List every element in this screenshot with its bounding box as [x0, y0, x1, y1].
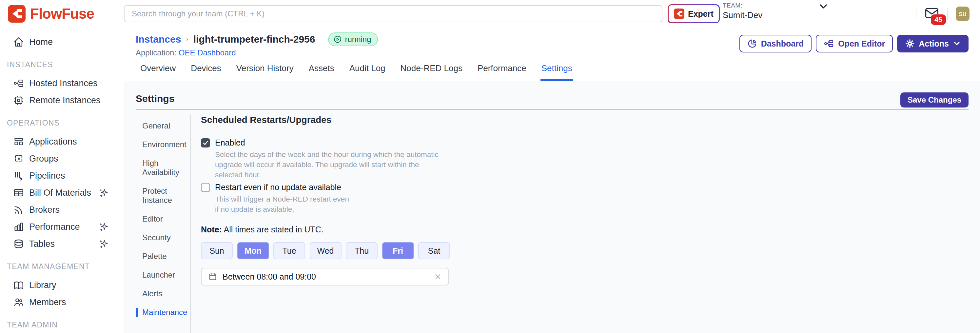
sidebar-item-brokers[interactable]: Brokers — [0, 201, 123, 218]
top-navbar: FlowFuse Expert TEAM: Sumit-Dev 45 su — [0, 0, 980, 28]
sidebar-item-label: Brokers — [29, 205, 60, 215]
tab-overview[interactable]: Overview — [139, 59, 177, 81]
dashboard-button[interactable]: Dashboard — [740, 35, 812, 53]
sparkles-icon — [99, 239, 109, 249]
tab-devices[interactable]: Devices — [190, 59, 222, 81]
time-window-field[interactable]: Between 08:00 and 09:00 — [201, 268, 449, 285]
sidebar: Home INSTANCES Hosted Instances Remote I… — [0, 29, 123, 333]
settings-nav-launcher[interactable]: Launcher — [136, 271, 191, 280]
sidebar-section-team-admin: TEAM ADMIN — [0, 320, 123, 330]
actions-button[interactable]: Actions — [897, 35, 969, 53]
enabled-checkbox[interactable] — [201, 138, 210, 148]
sidebar-item-bill-of-materials[interactable]: Bill Of Materials — [0, 184, 123, 201]
tab-assets[interactable]: Assets — [308, 59, 335, 81]
settings-nav-alerts[interactable]: Alerts — [136, 289, 191, 298]
expert-label: Expert — [688, 9, 714, 19]
settings-panel: Settings Save Changes General Environmen… — [124, 81, 980, 333]
restart-checkbox[interactable] — [201, 183, 210, 192]
expert-flowfuse-icon — [674, 8, 684, 19]
tables-icon — [13, 238, 24, 249]
topbar-divider — [947, 8, 948, 20]
application-link[interactable]: OEE Dashboard — [179, 48, 236, 57]
search-input[interactable] — [124, 5, 662, 22]
day-button-sun[interactable]: Sun — [201, 242, 233, 259]
dashboard-button-label: Dashboard — [761, 39, 804, 48]
tab-audit-log[interactable]: Audit Log — [348, 59, 387, 81]
flowfuse-logo[interactable]: FlowFuse — [8, 5, 94, 22]
day-button-sat[interactable]: Sat — [418, 242, 450, 259]
day-button-mon[interactable]: Mon — [237, 242, 269, 259]
maintenance-section: Scheduled Restarts/Upgrades Enabled Sele… — [201, 81, 969, 285]
team-name: Sumit-Dev — [723, 10, 762, 20]
restart-label: Restart even if no update available — [215, 183, 341, 192]
note-label: Note: — [201, 225, 222, 234]
application-row: Application: OEE Dashboard — [136, 48, 236, 57]
flowfuse-logo-icon — [8, 5, 25, 22]
sidebar-item-label: Performance — [29, 222, 80, 232]
sidebar-item-home[interactable]: Home — [0, 33, 123, 51]
open-editor-button[interactable]: Open Editor — [816, 35, 893, 53]
settings-nav-palette[interactable]: Palette — [136, 252, 191, 261]
status-label: running — [345, 35, 371, 44]
sidebar-item-pipelines[interactable]: Pipelines — [0, 167, 123, 184]
chevron-down-icon[interactable] — [819, 3, 828, 10]
clear-time-icon[interactable] — [434, 273, 442, 280]
section-heading: Scheduled Restarts/Upgrades — [201, 115, 969, 130]
sidebar-item-performance[interactable]: Performance — [0, 218, 123, 235]
sidebar-item-applications[interactable]: Applications — [0, 133, 123, 150]
sidebar-item-members[interactable]: Members — [0, 294, 123, 311]
instance-name: light-trumpeter-finch-2956 — [193, 34, 315, 45]
tab-version-history[interactable]: Version History — [235, 59, 295, 81]
topbar-divider — [916, 8, 916, 20]
restart-checkbox-row: Restart even if no update available — [201, 183, 969, 192]
sidebar-item-hosted-instances[interactable]: Hosted Instances — [0, 75, 123, 92]
day-button-thu[interactable]: Thu — [346, 242, 377, 259]
tab-performance[interactable]: Performance — [477, 59, 527, 81]
tab-settings[interactable]: Settings — [541, 59, 573, 81]
library-icon — [13, 280, 24, 291]
sidebar-item-tables[interactable]: Tables — [0, 235, 123, 252]
tab-node-red-logs[interactable]: Node-RED Logs — [399, 59, 463, 81]
sidebar-section-instances: INSTANCES — [0, 60, 123, 70]
bill-of-materials-icon — [13, 187, 24, 198]
settings-nav-environment[interactable]: Environment — [136, 140, 191, 149]
settings-title: Settings — [136, 93, 174, 104]
brokers-icon — [13, 204, 24, 215]
applications-icon — [13, 136, 24, 147]
expert-button[interactable]: Expert — [668, 4, 720, 23]
sidebar-item-label: Tables — [29, 239, 55, 249]
notification-count-badge[interactable]: 45 — [931, 14, 946, 25]
day-button-wed[interactable]: Wed — [310, 242, 342, 259]
sparkles-icon — [99, 221, 109, 232]
day-button-tue[interactable]: Tue — [274, 242, 305, 259]
sparkles-icon — [99, 188, 109, 198]
restart-description: This will trigger a Node-RED restart eve… — [215, 194, 354, 214]
chevron-down-icon — [953, 41, 961, 46]
day-selector: Sun Mon Tue Wed Thu Fri Sat — [201, 242, 969, 259]
sidebar-item-groups[interactable]: Groups — [0, 150, 123, 167]
members-icon — [13, 296, 24, 308]
day-button-fri[interactable]: Fri — [382, 242, 414, 259]
node-red-editor-icon — [824, 38, 834, 49]
breadcrumb-instances-link[interactable]: Instances — [136, 34, 181, 45]
sidebar-item-library[interactable]: Library — [0, 277, 123, 294]
sidebar-item-remote-instances[interactable]: Remote Instances — [0, 92, 123, 109]
gear-icon — [905, 39, 915, 48]
enabled-label: Enabled — [215, 138, 245, 148]
avatar[interactable]: su — [956, 6, 969, 21]
sidebar-item-label: Hosted Instances — [29, 78, 98, 89]
settings-nav-high-availability[interactable]: High Availability — [136, 159, 191, 177]
settings-nav-divider — [191, 115, 191, 333]
settings-nav-general[interactable]: General — [136, 121, 191, 131]
pipelines-icon — [13, 170, 24, 181]
settings-nav-protect-instance[interactable]: Protect Instance — [136, 186, 191, 205]
main-content: Instances › light-trumpeter-finch-2956 r… — [124, 29, 980, 333]
settings-nav-security[interactable]: Security — [136, 233, 191, 242]
groups-icon — [13, 153, 24, 164]
team-label: TEAM: — [723, 2, 762, 9]
team-selector[interactable]: TEAM: Sumit-Dev — [723, 2, 762, 20]
settings-nav-maintenance[interactable]: Maintenance — [136, 308, 191, 317]
settings-nav-editor[interactable]: Editor — [136, 214, 191, 223]
sidebar-section-operations: OPERATIONS — [0, 118, 123, 128]
play-circle-icon — [333, 35, 342, 44]
